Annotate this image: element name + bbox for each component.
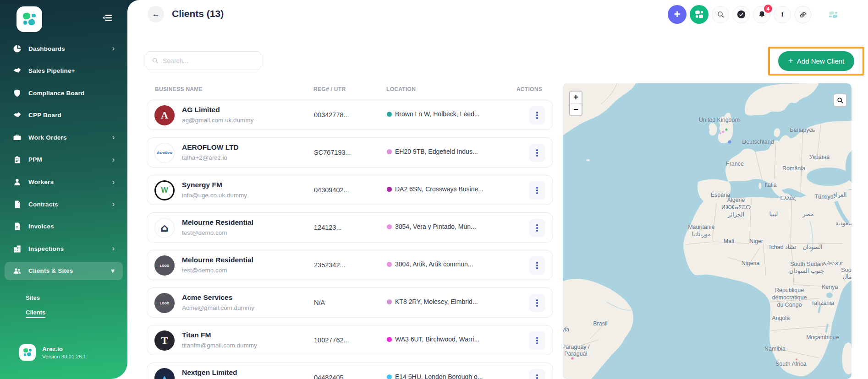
search-button[interactable] [712,6,729,23]
plus-icon: + [788,56,793,65]
client-row[interactable]: ▲ Nextgen Limited 04482405... E14 5HU, L… [147,363,553,379]
sidebar-subitem[interactable]: Clients [0,307,127,320]
client-row[interactable]: LOGO Melourne Residential test@demo.com … [147,250,553,280]
info-button[interactable]: i [774,6,791,23]
client-avatar: A [154,105,175,125]
map-marker [722,130,724,133]
search-input[interactable] [163,57,255,65]
client-name: Nextgen Limited [182,368,237,377]
sidebar-item[interactable]: Sales Pipeline+ [5,62,123,80]
kebab-menu-icon [536,112,538,114]
sidebar-item[interactable]: Invoices [5,217,123,236]
brand-name: Arez.io [42,346,86,352]
sidebar-subitem[interactable]: Sites [0,292,127,305]
client-avatar: LOGO [154,255,175,276]
handshake-icon [13,111,22,119]
row-actions-button[interactable] [529,331,545,350]
search-icon [837,97,844,104]
client-row[interactable]: W Synergy FM info@uge.co.uk.dummy 043094… [147,175,553,205]
location-dot-icon [387,149,392,154]
map-landmass [563,83,852,379]
quick-add-button[interactable]: + [668,5,687,24]
sidebar-collapse-button[interactable] [101,12,113,24]
location-dot-icon [387,224,392,229]
row-actions-button[interactable] [529,294,545,312]
chevron-icon: › [112,156,115,163]
zoom-out-button[interactable]: − [570,103,582,115]
app-logo-small [19,344,36,361]
client-name: AG Limited [182,106,220,114]
client-name: Titan FM [182,331,211,339]
row-actions-button[interactable] [529,106,545,125]
add-new-client-button[interactable]: + Add New Client [778,51,855,71]
map-search-button[interactable] [833,93,847,107]
client-email: talha+2@arez.io [182,154,227,161]
client-row[interactable]: ⌂ Melourne Residential test@demo.com 124… [147,212,553,243]
column-location: LOCATION [386,86,416,92]
arez-logo-icon [22,347,33,358]
chevron-icon: › [112,45,115,52]
apps-button[interactable] [690,5,709,24]
contract-icon [13,200,22,209]
sidebar-item-label: Workers [28,179,54,185]
column-reg-utr: REG# / UTR [313,86,346,92]
location-text: 3004, Artik, Artik commun... [395,260,473,268]
page-title: Clients (13) [172,8,224,19]
back-button[interactable]: ← [148,6,164,22]
check-circle-icon [736,10,746,19]
row-actions-button[interactable] [529,181,545,200]
location-dot-icon [387,374,392,379]
client-email: ag@gmail.com.uk.dummy [182,117,253,124]
sidebar-item[interactable]: Inspections › [5,239,123,258]
row-actions-button[interactable] [529,219,545,237]
handshake-icon [13,66,22,75]
add-new-client-label: Add New Client [797,57,844,65]
link-icon [799,11,807,19]
tasks-button[interactable] [732,6,750,23]
sidebar-footer: Arez.io Version 30.01.26.1 [19,344,86,361]
client-row[interactable]: LOGO Acme Services Acme@gmail.com.dummy … [147,287,553,318]
client-row[interactable]: T Titan FM titanfm@gmail.com.dummy 10027… [147,325,553,355]
client-search [146,51,261,70]
info-icon: i [781,11,783,18]
zoom-in-button[interactable]: + [570,92,582,103]
sidebar-item-label: Clients & Sites [28,267,73,274]
sidebar: Dashboards › Sales Pipeline+ Compliance … [0,0,127,379]
table-header: BUSINESS NAME REG# / UTR LOCATION ACTION… [147,86,553,100]
kebab-menu-icon [536,299,538,301]
row-actions-button[interactable] [529,369,545,379]
client-name: Synergy FM [182,181,222,189]
sidebar-item[interactable]: PPM › [5,151,123,169]
sidebar-subitem-label: Clients [26,309,45,318]
sidebar-item-label: CPP Board [28,112,61,119]
chevron-icon: › [112,179,115,186]
client-reg-number: 00342778... [314,111,349,119]
sidebar-item[interactable]: Work Orders › [5,128,123,146]
sidebar-item[interactable]: CPP Board [5,106,123,125]
app-version: Version 30.01.26.1 [42,354,86,359]
clients-map[interactable]: United Kingdom Беларусь Deutschland Укра… [563,83,852,379]
row-actions-button[interactable] [529,256,545,275]
sidebar-item[interactable]: Contracts › [5,195,123,213]
client-email: titanfm@gmail.com.dummy [182,342,257,349]
link-button[interactable] [794,6,812,23]
sidebar-item[interactable]: Clients & Sites ▾ [5,262,123,280]
client-email: info@uge.co.uk.dummy [182,192,247,199]
client-row[interactable]: A AG Limited ag@gmail.com.uk.dummy 00342… [147,100,553,130]
sidebar-item[interactable]: Dashboards › [5,39,123,58]
search-icon [717,11,725,18]
client-avatar: W [154,180,175,200]
location-text: 3054, Vera y Pintado, Mun... [395,223,476,230]
sidebar-item[interactable]: Workers › [5,173,123,191]
location-dot-icon [387,299,392,304]
sidebar-item[interactable]: Compliance Board [5,84,123,102]
chevron-icon: › [112,200,115,208]
client-location: 3054, Vera y Pintado, Mun... [387,223,476,230]
client-row[interactable]: Aeroflow AEROFLOW LTD talha+2@arez.io SC… [147,137,553,168]
notifications-button[interactable]: 4 [753,6,770,23]
plus-icon: + [674,9,680,20]
row-actions-button[interactable] [529,144,545,162]
main-content: ← Clients (13) + 4 i [127,0,868,379]
client-reg-number: 2352342... [314,261,346,269]
app-logo [16,6,42,32]
